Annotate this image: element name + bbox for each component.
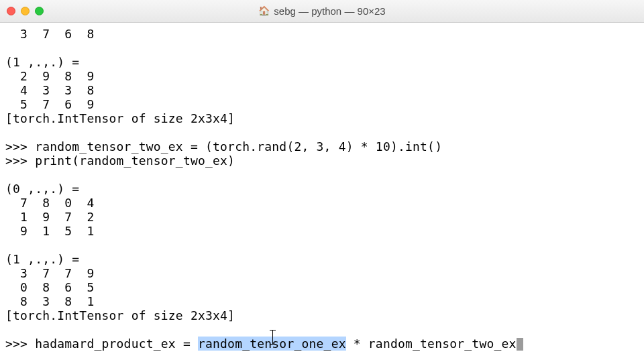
output-line: 4 3 3 8 (5, 83, 94, 97)
close-button[interactable] (7, 7, 15, 15)
window-titlebar: 🏠 sebg — python — 90×23 (0, 0, 644, 23)
output-line: [torch.IntTensor of size 2x3x4] (5, 308, 235, 322)
maximize-button[interactable] (35, 7, 44, 15)
minimize-button[interactable] (21, 7, 30, 15)
window-title: 🏠 sebg — python — 90×23 (0, 4, 644, 18)
output-line: [torch.IntTensor of size 2x3x4] (5, 111, 235, 125)
output-line: 7 8 0 4 (5, 196, 94, 210)
window-title-text: sebg — python — 90×23 (274, 4, 385, 18)
output-line: 9 1 5 1 (5, 224, 94, 238)
output-line: (1 ,.,.) = (5, 55, 79, 69)
output-line: >>> print(random_tensor_two_ex) (5, 154, 235, 168)
output-line: 5 7 6 9 (5, 97, 94, 111)
text-cursor-ibeam (272, 330, 273, 345)
output-line: (0 ,.,.) = (5, 182, 79, 196)
output-line: 2 9 8 9 (5, 69, 94, 83)
prompt-suffix: * random_tensor_two_ex (346, 337, 517, 351)
output-line: 8 3 8 1 (5, 294, 94, 308)
prompt-line[interactable]: >>> hadamard_product_ex = random_tensor_… (5, 337, 523, 351)
prompt-prefix: >>> hadamard_product_ex = (5, 337, 198, 351)
terminal[interactable]: 3 7 6 8 (1 ,.,.) = 2 9 8 9 4 3 3 8 5 7 6… (0, 23, 644, 351)
output-line: >>> random_tensor_two_ex = (torch.rand(2… (5, 139, 442, 154)
output-line: (1 ,.,.) = (5, 252, 79, 266)
output-line: 0 8 6 5 (5, 280, 94, 294)
home-icon: 🏠 (258, 4, 270, 18)
output-line: 3 7 6 8 (5, 27, 94, 41)
output-line: 1 9 7 2 (5, 210, 94, 224)
traffic-lights (7, 7, 44, 15)
output-line: 3 7 7 9 (5, 266, 94, 280)
cursor (517, 338, 523, 351)
